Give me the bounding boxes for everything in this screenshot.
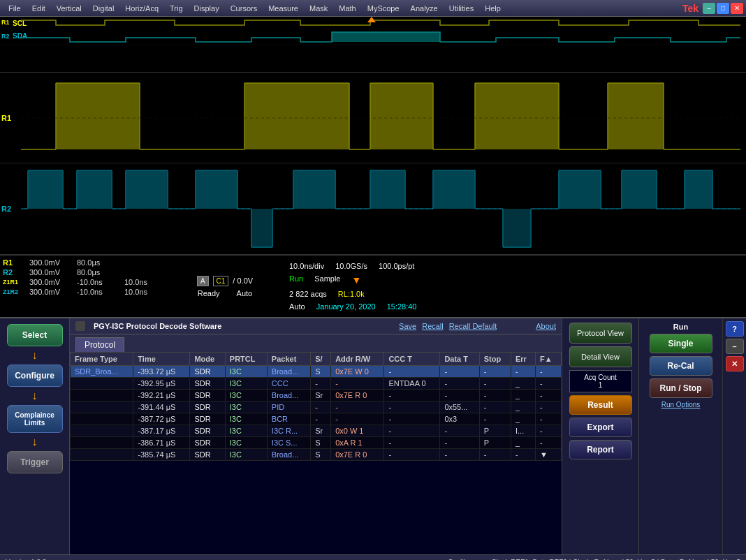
result-button[interactable]: Result (569, 395, 632, 415)
z1r2-status-row: Z1R2 300.0mV -10.0ns 10.0ns (3, 288, 166, 296)
configure-button[interactable]: Configure (7, 364, 63, 387)
run-state: Run (289, 274, 303, 286)
acq-count: 2 822 acqs (289, 290, 327, 298)
export-button[interactable]: Export (569, 418, 632, 437)
window-max-button[interactable]: □ (717, 3, 729, 14)
menu-file[interactable]: File (3, 3, 27, 14)
table-row[interactable]: SDR_Broa...-393.72 μSSDRI3CBroad...S0x7E… (71, 366, 562, 378)
ch1-waveform-svg (0, 73, 746, 163)
svg-rect-1 (332, 32, 440, 42)
acq-count-row: 2 822 acqs RL:1.0k (289, 290, 738, 298)
runstop-button[interactable]: Run / Stop (650, 378, 712, 398)
run-label: Run (673, 323, 688, 331)
oscilloscope-status-bar: R1 300.0mV 80.0μs R2 300.0mV 80.0μs Z1R1… (0, 254, 746, 317)
table-row[interactable]: -392.21 μSSDRI3CBroad...Sr0x7E R 0---_- (71, 390, 562, 401)
menu-analyze[interactable]: Analyze (405, 3, 444, 14)
menu-myscope[interactable]: MyScope (362, 3, 405, 14)
col-ccc: CCC T (384, 353, 440, 366)
protocol-view-button[interactable]: Protocol View (569, 323, 632, 344)
r1-label: R1 (3, 258, 24, 267)
z1r2-voltage: 300.0mV (29, 288, 71, 296)
col-packet: Packet (267, 353, 310, 366)
tek-logo: Tek (682, 3, 699, 14)
table-row[interactable]: -391.44 μSSDRI3CPID---0x55...-_- (71, 401, 562, 413)
menu-math[interactable]: Math (333, 3, 361, 14)
channel-status-left: R1 300.0mV 80.0μs R2 300.0mV 80.0μs Z1R1… (3, 258, 166, 314)
menu-vertical[interactable]: Vertical (51, 3, 87, 14)
recal-button[interactable]: Re-Cal (650, 356, 712, 376)
digital-waveform-svg (0, 17, 746, 73)
table-row[interactable]: -385.74 μSSDRI3CBroad...S0x7E R 0----▼ (71, 449, 562, 461)
window-close-button[interactable]: ✕ (731, 3, 743, 14)
help-button[interactable]: ? (726, 321, 744, 337)
r2-label: R2 (3, 268, 24, 277)
decode-table: Frame Type Time Mode PRTCL Packet S/ Add… (70, 352, 562, 461)
menu-help[interactable]: Help (479, 3, 506, 14)
run-options-link[interactable]: Run Options (661, 401, 701, 408)
menu-utilities[interactable]: Utilities (444, 3, 479, 14)
svg-rect-12 (77, 170, 112, 209)
r1-status-row: R1 300.0mV 80.0μs (3, 258, 166, 267)
col-time: Time (133, 353, 190, 366)
save-link[interactable]: Save (399, 322, 416, 330)
protocol-view-label: Protocol View (577, 329, 624, 337)
trigger-button[interactable]: Trigger (7, 451, 63, 473)
close-button[interactable]: ✕ (726, 356, 744, 371)
menu-cursors[interactable]: Cursors (225, 3, 263, 14)
svg-rect-18 (559, 170, 601, 209)
svg-rect-5 (244, 83, 349, 149)
table-row[interactable]: -387.17 μSSDRI3CI3C R...Sr0x0 W 1--PI...… (71, 425, 562, 437)
date-display: January 20, 2020 (316, 302, 376, 311)
ch2-waveform-svg (0, 163, 746, 254)
rl-value: RL:1.0k (338, 290, 365, 298)
trig-a-badge: A (197, 276, 209, 286)
select-button[interactable]: Select (7, 324, 63, 346)
data-table[interactable]: Frame Type Time Mode PRTCL Packet S/ Add… (70, 352, 562, 554)
svg-rect-16 (370, 170, 405, 209)
report-button[interactable]: Report (569, 440, 632, 459)
menu-trig[interactable]: Trig (164, 3, 189, 14)
panel-icon (75, 321, 85, 331)
table-row[interactable]: -387.72 μSSDRI3CBCR---0x3-_- (71, 413, 562, 425)
tab-bar: Protocol (70, 334, 562, 352)
run-state-row: Run Sample ▼ (289, 274, 738, 286)
table-row[interactable]: -386.71 μSSDRI3CI3C S...S0xA R 1--P_- (71, 437, 562, 449)
menu-display[interactable]: Display (189, 3, 225, 14)
recall-default-link[interactable]: Recall Default (449, 322, 497, 330)
compliance-button[interactable]: Complaince Limits (7, 405, 63, 433)
detail-view-label: Detail View (581, 353, 620, 361)
z1r1-voltage: 300.0mV (29, 278, 71, 286)
minimize-button[interactable]: – (726, 339, 744, 354)
svg-rect-20 (685, 170, 712, 209)
date-row: Auto January 20, 2020 15:28:40 (289, 302, 738, 311)
acq-count-label: Acq Count (576, 374, 626, 381)
svg-rect-8 (608, 83, 664, 149)
svg-rect-6 (370, 83, 433, 149)
z1r1-t2: 10.0ns (124, 278, 166, 286)
detail-view-button[interactable]: Detail View (569, 346, 632, 367)
menu-horizacq[interactable]: Horiz/Acq (119, 3, 164, 14)
acq-count-value: 1 (576, 381, 626, 389)
protocol-tab[interactable]: Protocol (75, 337, 124, 352)
z1r1-label: Z1R1 (3, 279, 24, 286)
single-button[interactable]: Single (650, 334, 712, 353)
trig-state-line: Ready Auto (198, 289, 252, 297)
recall-link[interactable]: Recall (422, 322, 444, 330)
panel-title: PGY-I3C Protocol Decode Software (94, 322, 221, 330)
z1r2-t2: 10.0ns (124, 288, 166, 296)
trig-c1-badge: C1 (213, 276, 229, 286)
svg-rect-21 (251, 209, 272, 247)
menu-measure[interactable]: Measure (263, 3, 304, 14)
window-min-button[interactable]: – (703, 3, 715, 14)
menubar: File Edit Vertical Digital Horiz/Acq Tri… (0, 0, 746, 17)
time-display: 15:28:40 (387, 302, 417, 311)
menu-edit[interactable]: Edit (27, 3, 51, 14)
protocol-panel: Select ↓ Configure ↓ Complaince Limits ↓… (0, 317, 746, 554)
svg-rect-22 (503, 209, 531, 247)
table-row[interactable]: -392.95 μSSDRI3CCCC--ENTDAA 0--_- (71, 378, 562, 390)
menu-digital[interactable]: Digital (87, 3, 120, 14)
table-header-row: Frame Type Time Mode PRTCL Packet S/ Add… (71, 353, 562, 366)
about-link[interactable]: About (536, 322, 556, 330)
table-body: SDR_Broa...-393.72 μSSDRI3CBroad...S0x7E… (71, 366, 562, 461)
menu-mask[interactable]: Mask (304, 3, 333, 14)
